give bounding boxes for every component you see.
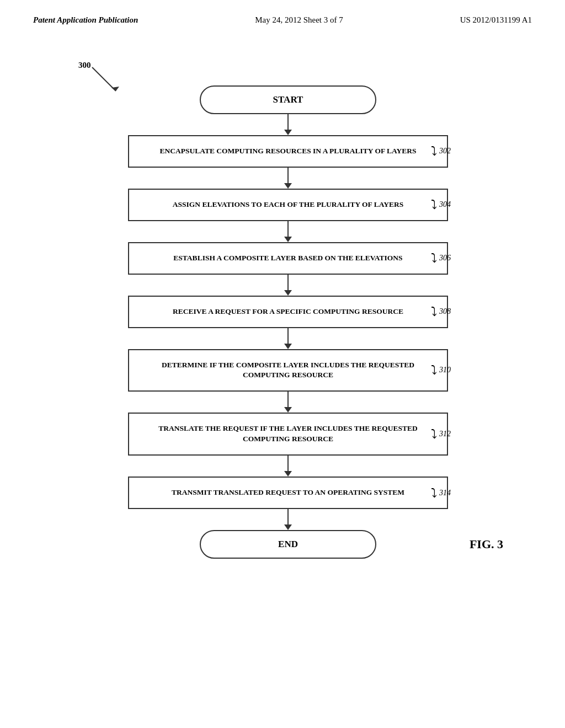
header-left: Patent Application Publication	[33, 15, 138, 25]
ref-314: ⤵ 314	[431, 487, 451, 499]
arrow-2	[284, 221, 292, 242]
diagram-area: 300 START ENCAPSULATE COMPUTING RESOURCE…	[0, 30, 565, 597]
arrow-1	[284, 168, 292, 189]
ref-308: ⤵ 308	[431, 306, 451, 318]
ref-302: ⤵ 302	[431, 145, 451, 157]
ref-312: ⤵ 312	[431, 428, 451, 440]
arrow-0	[284, 114, 292, 135]
end-node: END	[200, 530, 376, 559]
arrow-7	[284, 509, 292, 530]
arrow-6	[284, 456, 292, 477]
page-header: Patent Application Publication May 24, 2…	[0, 0, 565, 30]
arrow-5	[284, 392, 292, 413]
process-306: ESTABLISH A COMPOSITE LAYER BASED ON THE…	[128, 242, 448, 275]
process-304: ASSIGN ELEVATIONS TO EACH OF THE PLURALI…	[128, 189, 448, 221]
process-314: TRANSMIT TRANSLATED REQUEST TO AN OPERAT…	[128, 477, 448, 509]
header-right: US 2012/0131199 A1	[460, 15, 532, 25]
start-node-row: START	[78, 85, 498, 114]
header-center: May 24, 2012 Sheet 3 of 7	[255, 15, 343, 25]
node-row-312: TRANSLATE THE REQUEST IF THE LAYER INCLU…	[78, 413, 498, 456]
process-312: TRANSLATE THE REQUEST IF THE LAYER INCLU…	[128, 413, 448, 456]
ref-310: ⤵ 310	[431, 364, 451, 376]
diagram-wrapper: 300 START ENCAPSULATE COMPUTING RESOURCE…	[78, 52, 498, 575]
ref-306: ⤵ 306	[431, 252, 451, 264]
process-302: ENCAPSULATE COMPUTING RESOURCES IN A PLU…	[128, 135, 448, 168]
node-row-308: RECEIVE A REQUEST FOR A SPECIFIC COMPUTI…	[78, 296, 498, 328]
node-row-306: ESTABLISH A COMPOSITE LAYER BASED ON THE…	[78, 242, 498, 275]
node-row-314: TRANSMIT TRANSLATED REQUEST TO AN OPERAT…	[78, 477, 498, 509]
node-row-304: ASSIGN ELEVATIONS TO EACH OF THE PLURALI…	[78, 189, 498, 221]
arrow-4	[284, 328, 292, 349]
process-308: RECEIVE A REQUEST FOR A SPECIFIC COMPUTI…	[128, 296, 448, 328]
ref-304: ⤵ 304	[431, 199, 451, 211]
arrow-3	[284, 275, 292, 296]
start-node: START	[200, 85, 376, 114]
process-310: DETERMINE IF THE COMPOSITE LAYER INCLUDE…	[128, 349, 448, 392]
fig-label: FIG. 3	[470, 537, 503, 552]
node-row-310: DETERMINE IF THE COMPOSITE LAYER INCLUDE…	[78, 349, 498, 392]
end-node-row: END FIG. 3	[78, 530, 498, 559]
node-row-302: ENCAPSULATE COMPUTING RESOURCES IN A PLU…	[78, 135, 498, 168]
